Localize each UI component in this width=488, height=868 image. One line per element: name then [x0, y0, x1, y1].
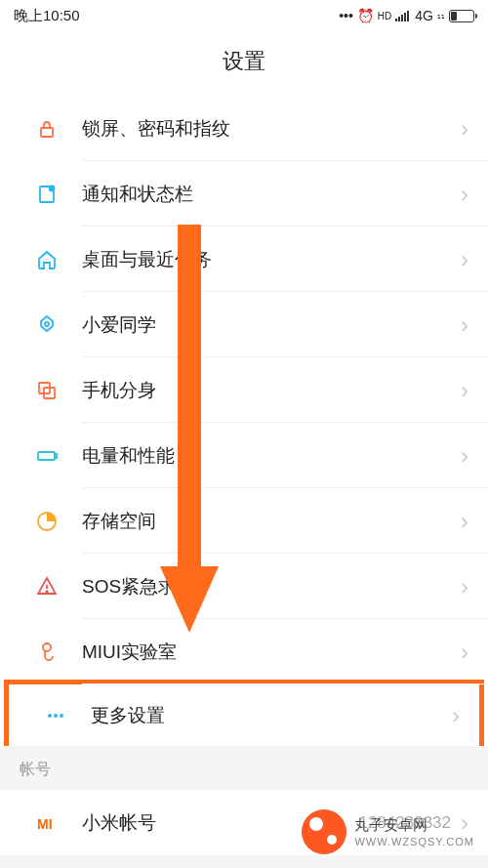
- more-icon: [40, 704, 71, 727]
- lock-icon: [31, 117, 62, 141]
- chevron-right-icon: ›: [461, 311, 468, 339]
- svg-rect-2: [401, 15, 403, 21]
- section-account-header: 帐号: [0, 746, 488, 790]
- svg-point-16: [43, 643, 51, 651]
- svg-rect-5: [41, 128, 53, 137]
- mi-logo-icon: MI: [31, 811, 62, 835]
- setting-xiaoai[interactable]: 小爱同学 ›: [0, 292, 488, 357]
- volte-icon: ₁₁: [437, 11, 445, 21]
- setting-label: 锁屏、密码和指纹: [82, 116, 461, 142]
- storage-icon: [31, 510, 62, 533]
- svg-point-15: [46, 591, 48, 593]
- watermark-url: WWW.WZSQSY.COM: [354, 835, 474, 848]
- setting-storage[interactable]: 存储空间 ›: [0, 488, 488, 554]
- setting-notification[interactable]: 通知和状态栏 ›: [0, 161, 488, 227]
- setting-miui-lab[interactable]: MIUI实验室 ›: [0, 619, 488, 684]
- lab-icon: [31, 641, 62, 664]
- battery-perf-icon: [31, 444, 62, 468]
- watermark-logo-icon: [302, 809, 346, 854]
- setting-lock-screen[interactable]: 锁屏、密码和指纹 ›: [0, 96, 488, 161]
- home-icon: [31, 248, 62, 271]
- setting-label: 存储空间: [82, 509, 461, 534]
- highlight-annotation: 更多设置 ›: [4, 680, 484, 751]
- svg-point-7: [50, 186, 55, 190]
- alarm-icon: ⏰: [357, 8, 374, 23]
- setting-clone[interactable]: 手机分身 ›: [0, 357, 488, 423]
- status-time: 晚上10:50: [14, 7, 80, 25]
- chevron-right-icon: ›: [461, 442, 468, 470]
- svg-rect-11: [38, 452, 55, 460]
- setting-label: 通知和状态栏: [82, 182, 461, 207]
- setting-label: SOS紧急求助: [82, 574, 461, 599]
- chevron-right-icon: ›: [461, 115, 468, 143]
- svg-point-17: [48, 714, 52, 718]
- chevron-right-icon: ›: [461, 508, 468, 535]
- signal-icon: [395, 10, 411, 21]
- chevron-right-icon: ›: [461, 181, 468, 208]
- status-bar: 晚上10:50 ••• ⏰ HD 4G ₁₁: [0, 0, 488, 31]
- chevron-right-icon: ›: [461, 246, 468, 273]
- svg-rect-0: [395, 19, 397, 21]
- svg-rect-1: [398, 17, 400, 21]
- clone-icon: [31, 379, 62, 402]
- watermark: 丸子安卓网 WWW.WZSQSY.COM: [302, 809, 474, 854]
- watermark-text: 丸子安卓网 WWW.WZSQSY.COM: [354, 815, 474, 848]
- svg-point-19: [60, 714, 63, 718]
- setting-battery[interactable]: 电量和性能 ›: [0, 423, 488, 488]
- setting-label: 更多设置: [91, 703, 452, 728]
- network-label: 4G: [415, 8, 433, 23]
- svg-point-8: [45, 322, 49, 326]
- settings-list: 锁屏、密码和指纹 › 通知和状态栏 › 桌面与最近任务 › 小爱同学 › 手机分…: [0, 96, 488, 751]
- setting-label: MIUI实验室: [82, 640, 461, 665]
- page-title: 设置: [0, 31, 488, 96]
- setting-desktop[interactable]: 桌面与最近任务 ›: [0, 227, 488, 292]
- setting-label: 小爱同学: [82, 312, 461, 338]
- setting-sos[interactable]: SOS紧急求助 ›: [0, 554, 488, 619]
- svg-rect-4: [407, 11, 409, 21]
- setting-label: 手机分身: [82, 378, 461, 403]
- svg-text:MI: MI: [37, 816, 53, 832]
- setting-more[interactable]: 更多设置 ›: [9, 684, 479, 746]
- chevron-right-icon: ›: [461, 639, 468, 666]
- xiaoai-icon: [31, 313, 62, 337]
- watermark-name: 丸子安卓网: [354, 815, 474, 835]
- more-dots-icon: •••: [339, 8, 353, 23]
- chevron-right-icon: ›: [452, 702, 460, 729]
- setting-label: 电量和性能: [82, 443, 461, 469]
- hd-icon: HD: [378, 11, 391, 21]
- battery-icon: [449, 10, 474, 22]
- chevron-right-icon: ›: [461, 573, 468, 600]
- svg-rect-3: [404, 13, 406, 21]
- notification-icon: [31, 183, 62, 206]
- sos-icon: [31, 575, 62, 599]
- status-right: ••• ⏰ HD 4G ₁₁: [339, 8, 474, 23]
- chevron-right-icon: ›: [461, 377, 468, 404]
- setting-label: 桌面与最近任务: [82, 247, 461, 272]
- svg-point-18: [54, 714, 58, 718]
- svg-rect-12: [55, 454, 57, 458]
